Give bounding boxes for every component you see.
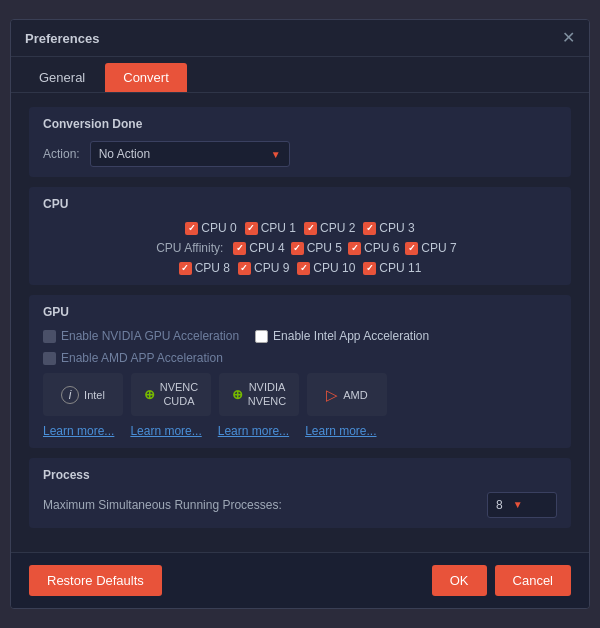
cpu-9-label: CPU 9 (254, 261, 289, 275)
cpu-6-item: CPU 6 (348, 241, 399, 255)
cpu-6-checkbox[interactable] (348, 242, 361, 255)
cancel-button[interactable]: Cancel (495, 565, 571, 596)
dropdown-arrow-icon: ▼ (271, 149, 281, 160)
ok-cancel-group: OK Cancel (432, 565, 571, 596)
cpu-affinity-row: CPU Affinity: CPU 4 CPU 5 CPU 6 (143, 241, 456, 255)
learn-more-amd[interactable]: Learn more... (305, 424, 376, 438)
gpu-options-row2: Enable AMD APP Acceleration (43, 351, 557, 365)
gpu-card-nvidia-nvenc[interactable]: ⊕ NVIDIANVENC (219, 373, 299, 415)
nvenc-cuda-label: NVENCCUDA (160, 381, 199, 407)
process-row: Maximum Simultaneous Running Processes: … (43, 492, 557, 518)
gpu-card-intel[interactable]: i Intel (43, 373, 123, 415)
cpu-3-label: CPU 3 (379, 221, 414, 235)
amd-app-checkbox[interactable] (43, 352, 56, 365)
conversion-done-title: Conversion Done (43, 117, 557, 131)
cpu-affinity-label: CPU Affinity: (143, 241, 223, 255)
cpu-9-item: CPU 9 (238, 261, 289, 275)
cpu-1-label: CPU 1 (261, 221, 296, 235)
title-bar: Preferences ✕ (11, 20, 589, 57)
cpu-6-label: CPU 6 (364, 241, 399, 255)
nvenc-cuda-logo-icon: ⊕ (144, 387, 155, 402)
cpu-3-item: CPU 3 (363, 221, 414, 235)
gpu-cards-row: i Intel ⊕ NVENCCUDA ⊕ NVIDIANVENC ▷ AMD (43, 373, 557, 415)
intel-app-checkbox[interactable] (255, 330, 268, 343)
ok-button[interactable]: OK (432, 565, 487, 596)
cpu-11-item: CPU 11 (363, 261, 421, 275)
intel-label: Intel (84, 389, 105, 401)
learn-more-intel[interactable]: Learn more... (43, 424, 114, 438)
cpu-1-checkbox[interactable] (245, 222, 258, 235)
dialog-title: Preferences (25, 31, 99, 46)
intel-logo-icon: i (61, 386, 79, 404)
preferences-dialog: Preferences ✕ General Convert Conversion… (10, 19, 590, 608)
intel-app-label: Enable Intel App Acceleration (273, 329, 429, 343)
learn-more-nvidia-nvenc[interactable]: Learn more... (218, 424, 289, 438)
cpu-10-checkbox[interactable] (297, 262, 310, 275)
learn-more-nvenc-cuda[interactable]: Learn more... (130, 424, 201, 438)
cpu-2-checkbox[interactable] (304, 222, 317, 235)
cpu-7-item: CPU 7 (405, 241, 456, 255)
gpu-section: GPU Enable NVIDIA GPU Acceleration Enabl… (29, 295, 571, 447)
action-dropdown[interactable]: No Action ▼ (90, 141, 290, 167)
cpu-11-checkbox[interactable] (363, 262, 376, 275)
nvidia-gpu-checkbox[interactable] (43, 330, 56, 343)
cpu-rows: CPU 0 CPU 1 CPU 2 CPU 3 (43, 221, 557, 275)
nvidia-gpu-label: Enable NVIDIA GPU Acceleration (61, 329, 239, 343)
learn-more-row: Learn more... Learn more... Learn more..… (43, 424, 557, 438)
process-section: Process Maximum Simultaneous Running Pro… (29, 458, 571, 528)
cpu-5-checkbox[interactable] (291, 242, 304, 255)
cpu-8-item: CPU 8 (179, 261, 230, 275)
cpu-8-label: CPU 8 (195, 261, 230, 275)
nvidia-gpu-option: Enable NVIDIA GPU Acceleration (43, 329, 239, 343)
cpu-1-item: CPU 1 (245, 221, 296, 235)
cpu-7-checkbox[interactable] (405, 242, 418, 255)
restore-defaults-button[interactable]: Restore Defaults (29, 565, 162, 596)
gpu-card-nvenc-cuda[interactable]: ⊕ NVENCCUDA (131, 373, 211, 415)
nvidia-nvenc-label: NVIDIANVENC (248, 381, 287, 407)
tab-general[interactable]: General (21, 63, 103, 92)
process-dropdown-arrow-icon: ▼ (513, 499, 523, 510)
amd-label: AMD (343, 389, 367, 401)
cpu-11-label: CPU 11 (379, 261, 421, 275)
cpu-2-item: CPU 2 (304, 221, 355, 235)
cpu-0-checkbox[interactable] (185, 222, 198, 235)
cpu-row-2: CPU 8 CPU 9 CPU 10 CPU 11 (179, 261, 422, 275)
footer: Restore Defaults OK Cancel (11, 552, 589, 608)
tab-convert[interactable]: Convert (105, 63, 187, 92)
cpu-5-label: CPU 5 (307, 241, 342, 255)
cpu-4-label: CPU 4 (249, 241, 284, 255)
process-label: Maximum Simultaneous Running Processes: (43, 498, 282, 512)
cpu-section: CPU CPU 0 CPU 1 CPU 2 (29, 187, 571, 285)
process-dropdown[interactable]: 8 ▼ (487, 492, 557, 518)
cpu-9-checkbox[interactable] (238, 262, 251, 275)
action-label: Action: (43, 147, 80, 161)
action-row: Action: No Action ▼ (43, 141, 557, 167)
gpu-card-amd[interactable]: ▷ AMD (307, 373, 387, 415)
amd-app-option: Enable AMD APP Acceleration (43, 351, 223, 365)
process-value: 8 (496, 498, 503, 512)
amd-app-label: Enable AMD APP Acceleration (61, 351, 223, 365)
tabs-bar: General Convert (11, 57, 589, 93)
gpu-options-row1: Enable NVIDIA GPU Acceleration Enable In… (43, 329, 557, 343)
conversion-done-section: Conversion Done Action: No Action ▼ (29, 107, 571, 177)
cpu-title: CPU (43, 197, 557, 211)
cpu-10-label: CPU 10 (313, 261, 355, 275)
process-title: Process (43, 468, 557, 482)
cpu-0-item: CPU 0 (185, 221, 236, 235)
amd-logo-icon: ▷ (326, 386, 338, 404)
cpu-10-item: CPU 10 (297, 261, 355, 275)
cpu-3-checkbox[interactable] (363, 222, 376, 235)
gpu-title: GPU (43, 305, 557, 319)
close-button[interactable]: ✕ (562, 30, 575, 46)
cpu-4-checkbox[interactable] (233, 242, 246, 255)
content-area: Conversion Done Action: No Action ▼ CPU … (11, 93, 589, 551)
cpu-8-checkbox[interactable] (179, 262, 192, 275)
nvidia-nvenc-logo-icon: ⊕ (232, 387, 243, 402)
cpu-row-0: CPU 0 CPU 1 CPU 2 CPU 3 (185, 221, 414, 235)
cpu-7-label: CPU 7 (421, 241, 456, 255)
cpu-4-item: CPU 4 (233, 241, 284, 255)
action-value: No Action (99, 147, 150, 161)
cpu-5-item: CPU 5 (291, 241, 342, 255)
cpu-2-label: CPU 2 (320, 221, 355, 235)
cpu-0-label: CPU 0 (201, 221, 236, 235)
